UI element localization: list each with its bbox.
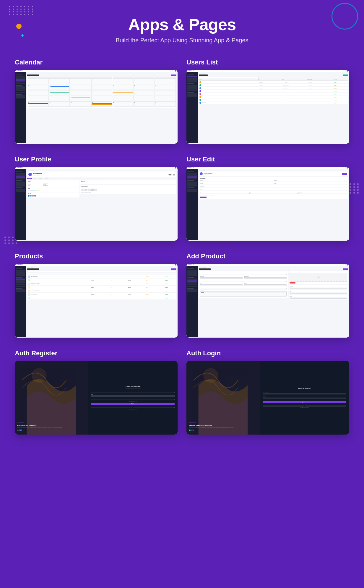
cal-page-header xyxy=(27,74,176,76)
calendar-content: Dashboard › Pages › Calendar xyxy=(15,72,178,143)
page-header: Apps & Pages Build the Perfect App Using… xyxy=(0,0,364,53)
edit-avatar xyxy=(200,172,203,175)
register-form-sub: Use your email continue with Nioboard it… xyxy=(91,388,175,389)
social-ig-icon xyxy=(32,195,34,197)
update-profile-btn[interactable] xyxy=(200,197,207,198)
auth-login-card: ⬡ NIOBOARD Welcome back to our community… xyxy=(186,361,349,435)
sidebar-item-4 xyxy=(16,83,25,84)
calendar-grid: S M T W T F S 28 29 30 xyxy=(27,77,176,108)
remove-btn[interactable] xyxy=(290,282,295,284)
ap-thumbnail: Thumbnail xyxy=(289,271,348,284)
ap-categories: Categories xyxy=(289,285,348,289)
users-main: Dashboard › Users List xyxy=(198,72,349,143)
bg-dots-topleft xyxy=(9,6,34,15)
edit-topbar: NIOBOARD xyxy=(186,167,349,169)
table-row: Plant Party Sticker 1223/043 18 $120.00 … xyxy=(27,278,176,282)
login-logo: ⬡ NIOBOARD xyxy=(189,422,257,424)
avatar xyxy=(199,102,201,104)
sidebar-item-5 xyxy=(16,86,25,88)
email-input[interactable] xyxy=(91,395,175,397)
auth-register-title: Auth Register xyxy=(15,349,178,357)
sidebar-item-6 xyxy=(16,88,25,90)
nioboard-logo-u: NIOBOARD xyxy=(188,70,194,72)
forgot-password[interactable]: Forgot Password? xyxy=(342,399,346,400)
users-list-card: NIOBOARD xyxy=(186,70,349,144)
products-main: Dashboard › Products xyxy=(26,266,178,337)
social-fb-icon xyxy=(28,195,30,197)
tab-projects[interactable]: Projects xyxy=(32,178,37,179)
add-product-section: Add Product NIOBOARD xyxy=(186,252,349,338)
table-row: Forest Soft Shoe 1226/62 52 $24.99 ★★★☆☆… xyxy=(27,296,176,300)
products-card: NIOBOARD xyxy=(15,264,178,338)
login-form-title: Login to Account xyxy=(263,388,346,389)
add-product-title: Add Product xyxy=(186,252,349,260)
table-row: Blue Fitness Tracker 1223/025 35 $130.50… xyxy=(27,275,176,278)
products-sidebar xyxy=(15,266,26,337)
activity-section: Recent Activity Liked 5 New Images xyxy=(80,185,176,194)
email-or-username-label: Email or Username xyxy=(263,392,346,393)
icon1 xyxy=(170,70,171,72)
cal-row-3: 11 12Workshop 13 14 15Call 16 17 xyxy=(28,90,176,95)
table-row: Allegreza Fitness Trackers 1223/058 15 $… xyxy=(27,282,176,286)
login-screen: ⬡ NIOBOARD Welcome back to our community… xyxy=(186,361,349,435)
users-list-title: Users List xyxy=(186,59,349,66)
sidebar-item-calendar xyxy=(16,79,25,81)
users-content: Dashboard › Users List xyxy=(186,72,349,143)
register-form-title: Create New Account xyxy=(91,386,175,388)
users-search[interactable] xyxy=(199,77,259,78)
login-facebook-btn[interactable]: Continue with Facebook xyxy=(305,405,346,406)
login-left-desc: Discover how to manage Two-Factor Authen… xyxy=(189,427,257,428)
login-password-input[interactable] xyxy=(263,397,346,399)
edit-sidebar xyxy=(186,169,198,240)
add-event-btn[interactable] xyxy=(171,74,176,76)
avatar xyxy=(199,99,201,101)
add-product-content: Dashboard › Add Product xyxy=(186,266,349,337)
tab-documents[interactable]: Documents xyxy=(38,178,43,179)
auth-logo: ⬡ NIOBOARD xyxy=(17,422,86,424)
users-sidebar xyxy=(186,72,198,143)
content-grid: Calendar NIOBOARD xyxy=(0,53,364,452)
avatar xyxy=(199,84,201,86)
calendar-browser: NIOBOARD xyxy=(15,70,178,144)
table-row: Florence Benjamin Administrator None 202… xyxy=(199,81,348,84)
tab-disabled: Disabled xyxy=(44,178,48,179)
login-email-input[interactable] xyxy=(263,393,346,395)
add-product-btn[interactable] xyxy=(171,268,176,270)
tab-overview[interactable]: Overview xyxy=(27,178,32,179)
sidebar-item-8 xyxy=(16,92,25,93)
profile-main: Dashboard › User Profile Wesley Burland … xyxy=(26,169,178,240)
login-left-title: Welcome back to our community xyxy=(189,425,257,427)
users-list-section: Users List NIOBOARD xyxy=(186,59,349,144)
remember-me[interactable]: Remember Me xyxy=(263,399,266,400)
cal-row-1: 28 29 30 31 1Meeting 2 3 xyxy=(28,79,176,84)
register-submit-btn[interactable]: Sign up xyxy=(91,403,175,405)
users-table-header: USER ROLE TEAM JOINING DATE STATUS xyxy=(199,79,348,81)
auth-login-title: Auth Login xyxy=(186,349,349,357)
table-row: Kamran Hall Company Member - Paypal 2022… xyxy=(199,93,348,95)
login-right: Login to Account Please sign in to your … xyxy=(260,361,349,435)
ap-publish-btn[interactable] xyxy=(343,268,348,270)
avatar xyxy=(199,96,201,98)
username-input[interactable] xyxy=(91,392,175,393)
view-profile-btn[interactable] xyxy=(342,173,347,175)
login-google-btn[interactable]: Continue with Google xyxy=(263,405,304,406)
table-row: Nora Adkins Subscriber Member - Paypal 2… xyxy=(199,84,348,87)
products-title: Products xyxy=(15,252,178,260)
profile-right-col: About Me Hllo, I am Wesley Burland - Fro… xyxy=(80,180,176,198)
avatar xyxy=(199,81,201,83)
email-label: Email xyxy=(91,394,175,395)
google-btn[interactable]: Continue with Google xyxy=(91,407,133,408)
password-input[interactable] xyxy=(91,399,175,400)
avatar xyxy=(199,87,201,89)
table-row: Wireless Bluetooth System 1226/13 35 $20… xyxy=(27,289,176,293)
skills-section: Skills React HTML Node.js CSS xyxy=(27,187,79,192)
cal-day-headers: S M T W T F S xyxy=(28,77,176,79)
sidebar-section xyxy=(16,74,22,75)
facebook-btn[interactable]: Continue with Facebook xyxy=(133,407,175,408)
calendar-topbar: NIOBOARD xyxy=(15,70,178,72)
password-label: Password xyxy=(91,398,175,399)
bg-yellow-dot xyxy=(16,24,22,29)
user-profile-title: User Profile xyxy=(15,155,178,163)
add-user-btn[interactable] xyxy=(343,74,348,76)
login-submit-btn[interactable]: Login to account xyxy=(263,401,346,403)
